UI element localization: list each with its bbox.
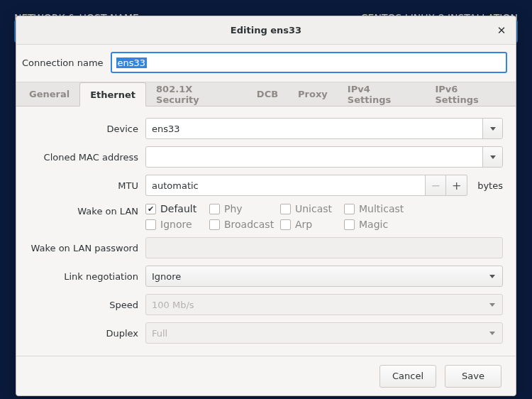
wol-arp-checkbox[interactable]: Arp [280,219,344,230]
chevron-down-icon[interactable] [482,119,502,138]
tabs: GeneralEthernet802.1X SecurityDCBProxyIP… [16,82,516,106]
speed-value: 100 Mb/s [146,300,482,310]
mtu-label: MTU [23,180,145,191]
link-negotiation-label: Link negotiation [23,271,145,282]
checkbox-icon [344,219,355,230]
checkbox-icon [145,219,156,230]
checkbox-label: Ignore [160,219,192,230]
checkbox-label: Multicast [359,203,404,214]
connection-name-label: Connection name [22,58,104,68]
checkbox-icon [209,204,220,214]
checkbox-label: Broadcast [224,219,274,230]
chevron-down-icon[interactable] [482,147,502,167]
wol-magic-checkbox[interactable]: Magic [344,219,415,230]
mtu-input[interactable]: automatic [145,175,425,196]
mtu-value: automatic [146,180,425,191]
checkbox-label: Arp [295,219,312,230]
wol-password-input [145,237,503,258]
wol-phy-checkbox[interactable]: Phy [209,203,280,214]
speed-label: Speed [23,300,145,310]
chevron-down-icon[interactable] [482,266,502,286]
save-button[interactable]: Save [445,365,501,388]
checkbox-label: Magic [359,219,388,230]
ethernet-tab-pane: Device ens33 Cloned MAC address MTU [16,106,516,356]
dialog-title: Editing ens33 [231,25,301,35]
speed-select: 100 Mb/s [145,294,503,315]
link-negotiation-select[interactable]: Ignore [145,266,503,287]
cancel-button[interactable]: Cancel [379,365,436,388]
wol-multicast-checkbox[interactable]: Multicast [344,203,415,214]
mtu-increment-button[interactable]: + [446,175,467,196]
wol-label: Wake on LAN [23,203,145,217]
duplex-value: Full [146,328,482,339]
checkbox-icon [344,204,355,214]
mtu-decrement-button[interactable]: − [425,175,446,196]
chevron-down-icon [482,323,502,343]
wol-broadcast-checkbox[interactable]: Broadcast [209,219,280,230]
tab-ethernet[interactable]: Ethernet [79,82,146,106]
checkbox-icon [280,204,291,214]
titlebar: Editing ens33 ✕ [16,16,516,45]
duplex-select: Full [145,322,503,344]
tab-proxy[interactable]: Proxy [288,82,338,106]
tab-general[interactable]: General [19,82,79,106]
link-negotiation-value: Ignore [146,271,482,282]
device-combo[interactable]: ens33 [145,118,503,139]
chevron-down-icon [482,295,502,315]
checkbox-label: Unicast [295,203,332,214]
tab-802-1x-security[interactable]: 802.1X Security [146,82,247,106]
edit-connection-dialog: Editing ens33 ✕ Connection name ens33 Ge… [16,16,516,396]
tab-ipv6-settings[interactable]: IPv6 Settings [425,82,513,106]
checkbox-label: Phy [224,203,243,214]
checkbox-label: Default [160,203,196,214]
wol-ignore-checkbox[interactable]: Ignore [145,219,209,230]
duplex-label: Duplex [23,328,145,339]
wol-default-checkbox[interactable]: Default [145,203,209,214]
cloned-mac-label: Cloned MAC address [23,152,145,163]
checkbox-icon [280,219,291,230]
device-value: ens33 [146,124,482,134]
mtu-units: bytes [472,180,503,191]
checkbox-icon [145,204,156,214]
device-label: Device [23,124,145,134]
cloned-mac-combo[interactable] [145,146,503,168]
wol-unicast-checkbox[interactable]: Unicast [280,203,344,214]
checkbox-icon [209,219,220,230]
tab-ipv4-settings[interactable]: IPv4 Settings [338,82,426,106]
wol-password-label: Wake on LAN password [23,243,145,253]
wol-checkbox-group: DefaultPhyUnicastMulticastIgnoreBroadcas… [145,203,503,230]
close-icon[interactable]: ✕ [494,23,509,38]
connection-name-input[interactable]: ens33 [111,52,507,73]
connection-name-value: ens33 [116,58,148,68]
tab-dcb[interactable]: DCB [247,82,288,106]
